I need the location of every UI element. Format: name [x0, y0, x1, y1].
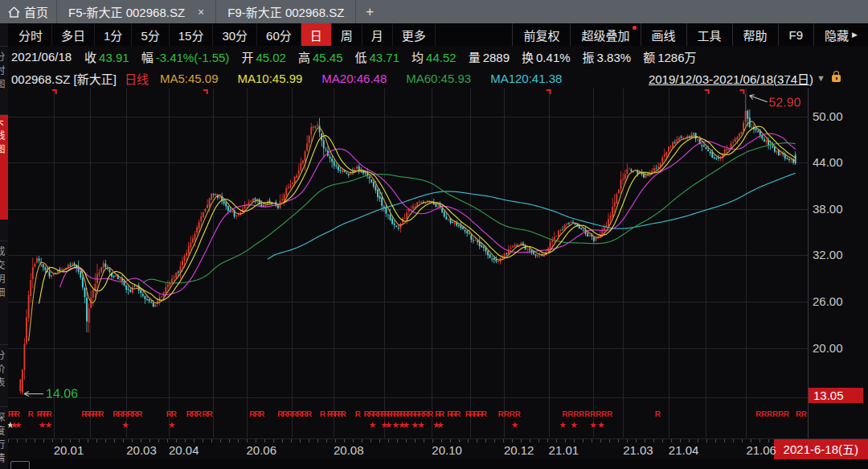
period-日[interactable]: 日: [301, 23, 332, 46]
date-label: 20.01: [54, 443, 84, 457]
date-label: 20.03: [126, 443, 157, 457]
tool-F9[interactable]: F9: [778, 23, 814, 46]
sidebar-item-label: 成交明细: [0, 241, 6, 301]
close-icon[interactable]: ×: [198, 6, 204, 19]
field-量: 量2889: [469, 48, 510, 65]
period-1分[interactable]: 1分: [95, 23, 132, 46]
price-axis: 13.05 50.0044.0038.0032.0026.0020.00: [808, 88, 868, 438]
sidebar-item-分时图[interactable]: 分时图: [0, 46, 8, 114]
arrow-right-icon: ▶: [852, 31, 858, 39]
tool-label: 画线: [652, 27, 676, 43]
date-label: 20.04: [169, 443, 199, 457]
field-幅: 幅-3.41%(-1.55): [141, 48, 230, 65]
tool-隐藏[interactable]: 隐藏▶: [813, 23, 868, 46]
sidebar-item-label: 分时图: [0, 47, 6, 93]
period-5分[interactable]: 5分: [132, 23, 169, 46]
ma-value: MA120:41.38: [490, 72, 562, 85]
sidebar-item-K线图[interactable]: K线图: [0, 114, 8, 220]
left-sidebar: 分时图K线图成交明细分价表深度行情: [0, 23, 8, 469]
period-30分[interactable]: 30分: [213, 23, 257, 46]
candlestick-chart[interactable]: [8, 88, 808, 438]
tab-bar: 首页 F5-新大正 002968.SZ × F9-新大正 002968.SZ +: [0, 0, 868, 23]
date-label: 21.04: [669, 443, 699, 457]
field-value: 45.45: [313, 51, 343, 64]
sidebar-item-label: 分价表: [0, 345, 6, 391]
tab-home[interactable]: 首页: [0, 0, 57, 23]
tab-f5-label: F5-新大正 002968.SZ: [68, 3, 185, 20]
field-label: 高: [298, 51, 310, 64]
tab-f9-label: F9-新大正 002968.SZ: [227, 3, 344, 20]
tool-label: 超级叠加: [581, 27, 629, 43]
tool-label: 前复权: [523, 27, 559, 43]
sidebar-item-label: K线图: [0, 115, 6, 158]
tool-前复权[interactable]: 前复权: [512, 23, 570, 46]
tool-超级叠加[interactable]: 超级叠加: [570, 23, 640, 46]
new-tab-button[interactable]: +: [356, 0, 383, 23]
tab-f9[interactable]: F9-新大正 002968.SZ: [216, 0, 356, 23]
date-range-control[interactable]: 2019/12/03-2021/06/18(374日) ▼: [649, 70, 841, 87]
bottom-left-box[interactable]: [10, 461, 30, 469]
field-value: 3.83%: [597, 51, 632, 64]
period-toolbar: 分时多日1分5分15分30分60分日周月更多 前复权超级叠加画线工具帮助F9隐藏…: [0, 23, 868, 46]
field-value: 45.02: [256, 51, 286, 64]
field-额: 额1286万: [643, 48, 696, 65]
field-收: 收43.91: [84, 48, 129, 65]
axis-label: 32.00: [813, 248, 843, 261]
ma-value: MA60:45.93: [406, 72, 471, 85]
date-label: 20.08: [334, 443, 364, 457]
period-type-label: 日线: [125, 70, 149, 87]
field-label: 振: [583, 51, 595, 64]
period-15分[interactable]: 15分: [170, 23, 214, 46]
field-value: 43.91: [99, 51, 129, 64]
axis-label: 44.00: [813, 155, 843, 169]
ma-value: MA10:45.99: [237, 72, 302, 85]
bottom-bar: [0, 459, 868, 469]
date-label: 20.06: [247, 443, 277, 457]
field-高: 高45.45: [298, 48, 343, 65]
tool-画线[interactable]: 画线: [641, 23, 686, 46]
tool-工具[interactable]: 工具: [686, 23, 732, 46]
period-月[interactable]: 月: [362, 23, 393, 46]
period-60分[interactable]: 60分: [257, 23, 301, 46]
field-label: 额: [643, 51, 655, 64]
quote-info-bar: 2021/06/18 收43.91幅-3.41%(-1.55)开45.02高45…: [0, 46, 868, 68]
axis-label: 38.00: [813, 202, 843, 216]
period-多日[interactable]: 多日: [52, 23, 95, 46]
quote-date: 2021/06/18: [11, 50, 72, 64]
field-label: 幅: [141, 51, 154, 64]
sidebar-item-深度行情[interactable]: 深度行情: [0, 406, 8, 469]
tool-label: 工具: [698, 27, 722, 43]
sidebar-item-成交明细[interactable]: 成交明细: [0, 241, 8, 344]
sidebar-item-分价表[interactable]: 分价表: [0, 344, 8, 406]
period-分时[interactable]: 分时: [10, 23, 52, 46]
axis-label: 26.00: [813, 294, 843, 308]
tool-label: F9: [789, 28, 804, 42]
field-label: 开: [241, 51, 253, 64]
field-label: 量: [469, 51, 481, 64]
period-周[interactable]: 周: [332, 23, 362, 46]
lock-icon[interactable]: [832, 75, 841, 82]
tab-home-label: 首页: [24, 3, 48, 20]
sidebar-item-label: 深度行情: [0, 407, 6, 467]
home-icon: [8, 6, 20, 18]
field-振: 振3.83%: [583, 48, 632, 65]
date-ticks: [8, 439, 808, 442]
date-range-label[interactable]: 2019/12/03-2021/06/18(374日): [649, 70, 813, 87]
period-更多[interactable]: 更多: [393, 23, 436, 46]
axis-label: 20.00: [813, 341, 843, 355]
chevron-down-icon[interactable]: ▼: [817, 73, 825, 83]
field-value: 0.41%: [536, 51, 571, 64]
date-label: 21.03: [623, 443, 653, 457]
notification-dot: [633, 26, 637, 30]
field-均: 均44.52: [411, 48, 457, 65]
tab-f5[interactable]: F5-新大正 002968.SZ ×: [57, 0, 216, 23]
field-value: 2889: [483, 51, 510, 64]
field-value: 43.71: [370, 51, 400, 64]
field-开: 开45.02: [241, 48, 286, 65]
chart-area: [8, 88, 808, 438]
date-label: 20.12: [504, 443, 534, 457]
field-label: 均: [411, 51, 424, 64]
tool-帮助[interactable]: 帮助: [732, 23, 778, 46]
field-换: 换0.41%: [522, 48, 571, 65]
app-window: 首页 F5-新大正 002968.SZ × F9-新大正 002968.SZ +…: [0, 0, 868, 469]
